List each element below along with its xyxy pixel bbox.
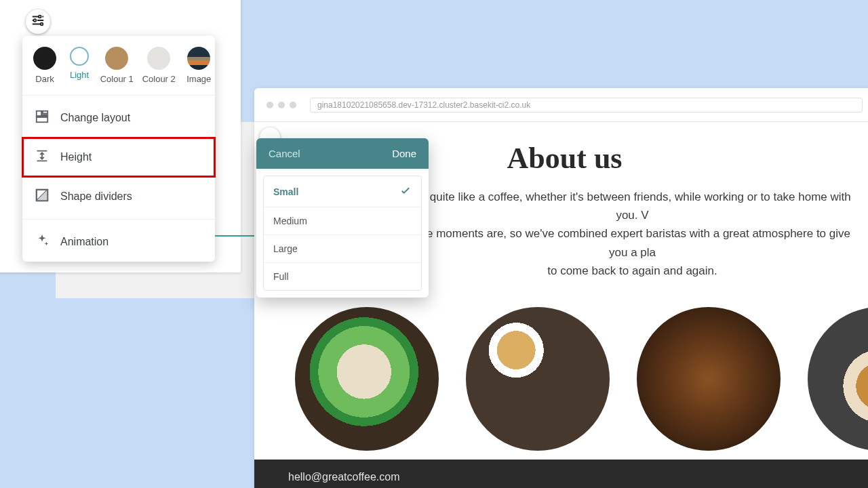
connector-line xyxy=(215,235,256,237)
change-layout-item[interactable]: Change layout xyxy=(22,98,215,138)
height-popover-header: Cancel Done xyxy=(256,138,429,169)
panel-divider xyxy=(22,95,215,96)
window-dots xyxy=(267,102,296,108)
height-popover-body: Small Medium Large Full xyxy=(256,169,429,298)
about-photo-1 xyxy=(295,307,439,451)
browser-chrome: gina18102021085658.dev-17312.cluster2.ba… xyxy=(254,88,868,122)
about-photo-2 xyxy=(466,307,610,451)
option-label: Small xyxy=(273,186,298,197)
svg-rect-5 xyxy=(43,115,47,116)
option-label: Large xyxy=(273,243,298,254)
sparkle-icon xyxy=(35,233,50,251)
option-label: Full xyxy=(273,271,289,282)
swatch-label: Light xyxy=(70,70,89,80)
height-popover: Cancel Done Small Medium Large Full xyxy=(256,138,429,298)
footer-email: hello@greatcoffee.com xyxy=(288,471,399,483)
shape-dividers-icon xyxy=(35,188,50,205)
height-options-list: Small Medium Large Full xyxy=(263,176,422,291)
swatch-label: Colour 1 xyxy=(100,74,134,84)
height-option-medium[interactable]: Medium xyxy=(264,207,421,235)
section-style-panel: Dark Light Colour 1 Colour 2 Image Chang… xyxy=(22,36,215,262)
svg-point-1 xyxy=(34,19,37,22)
height-option-full[interactable]: Full xyxy=(264,263,421,290)
height-icon xyxy=(35,148,50,166)
done-button[interactable]: Done xyxy=(392,148,416,159)
svg-rect-6 xyxy=(37,117,48,122)
swatch-dark[interactable]: Dark xyxy=(33,47,56,84)
background-swatch-row: Dark Light Colour 1 Colour 2 Image xyxy=(22,47,215,92)
height-option-small[interactable]: Small xyxy=(264,176,421,207)
swatch-circle xyxy=(147,47,170,70)
page-footer: hello@greatcoffee.com xyxy=(254,460,868,488)
swatch-circle xyxy=(187,47,210,70)
svg-rect-3 xyxy=(37,111,41,116)
url-text: gina18102021085658.dev-17312.cluster2.ba… xyxy=(317,100,530,110)
svg-point-2 xyxy=(41,23,43,26)
swatch-colour-2[interactable]: Colour 2 xyxy=(144,47,173,84)
panel-divider xyxy=(22,219,215,220)
panel-item-label: Shape dividers xyxy=(60,190,132,203)
animation-item[interactable]: Animation xyxy=(22,222,215,262)
address-bar[interactable]: gina18102021085658.dev-17312.cluster2.ba… xyxy=(310,98,863,113)
swatch-label: Dark xyxy=(35,74,54,84)
swatch-colour-1[interactable]: Colour 1 xyxy=(102,47,131,84)
panel-item-label: Height xyxy=(60,151,92,163)
swatch-circle xyxy=(70,47,89,66)
cancel-button[interactable]: Cancel xyxy=(269,148,300,159)
shape-dividers-item[interactable]: Shape dividers xyxy=(22,177,215,216)
about-photo-3 xyxy=(637,307,781,451)
check-icon xyxy=(399,184,412,199)
swatch-circle xyxy=(105,47,128,70)
layout-icon xyxy=(35,109,50,127)
swatch-light[interactable]: Light xyxy=(70,47,89,84)
svg-rect-4 xyxy=(43,111,47,114)
tune-icon xyxy=(31,13,45,30)
page-paragraph: ng quite like a coffee, whether it's bet… xyxy=(410,188,854,280)
panel-item-label: Animation xyxy=(60,236,108,248)
option-label: Medium xyxy=(273,216,307,226)
height-item[interactable]: Height xyxy=(22,138,215,177)
swatch-label: Image xyxy=(186,74,211,84)
about-photo-4 xyxy=(808,307,868,451)
swatch-image[interactable]: Image xyxy=(186,47,211,84)
section-settings-button[interactable] xyxy=(26,9,50,34)
image-row xyxy=(295,307,868,451)
swatch-circle xyxy=(33,47,56,70)
svg-point-0 xyxy=(39,16,41,18)
swatch-label: Colour 2 xyxy=(142,74,176,84)
panel-item-label: Change layout xyxy=(60,112,130,124)
height-option-large[interactable]: Large xyxy=(264,235,421,263)
